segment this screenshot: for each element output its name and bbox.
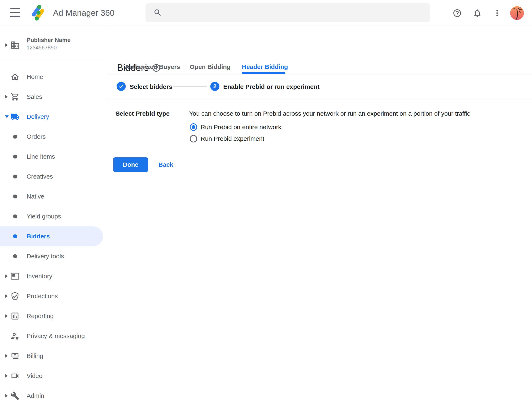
field-description: You can choose to turn on Prebid across … bbox=[189, 110, 470, 117]
sidebar-item-yield-groups[interactable]: Yield groups bbox=[0, 206, 106, 226]
sidebar-item-inventory[interactable]: Inventory bbox=[0, 266, 106, 286]
step-1-completed-badge[interactable] bbox=[117, 82, 126, 91]
sidebar-nav: Home Sales Delivery Orders bbox=[0, 67, 106, 406]
sidebar-item-label: Line items bbox=[27, 153, 55, 160]
videocam-icon bbox=[10, 371, 20, 380]
bullet-icon bbox=[13, 214, 17, 219]
account-avatar[interactable] bbox=[510, 6, 524, 20]
bar-chart-icon bbox=[10, 312, 20, 321]
search-icon bbox=[153, 8, 162, 17]
sidebar-item-native[interactable]: Native bbox=[0, 187, 106, 206]
active-tab-underline bbox=[242, 72, 285, 74]
radio-run-prebid-entire-network[interactable]: Run Prebid on entire network bbox=[190, 123, 281, 131]
sidebar-item-label: Native bbox=[27, 193, 44, 200]
display-ad-icon bbox=[10, 272, 20, 281]
sidebar-item-line-items[interactable]: Line items bbox=[0, 147, 106, 166]
sidebar-item-label: Delivery bbox=[27, 113, 49, 120]
stepper-connector bbox=[173, 86, 207, 86]
sidebar-item-home[interactable]: Home bbox=[0, 67, 106, 87]
bullet-icon bbox=[13, 235, 17, 238]
person-shield-icon bbox=[10, 331, 20, 341]
sidebar-item-privacy-messaging[interactable]: Privacy & messaging bbox=[0, 326, 106, 346]
sidebar-item-label: Creatives bbox=[27, 173, 53, 180]
tab-header-bidding[interactable]: Header Bidding bbox=[242, 62, 288, 72]
more-options-button[interactable] bbox=[492, 8, 502, 18]
ad-manager-screen: Ad Manager 360 bbox=[0, 0, 532, 407]
app-title: Ad Manager 360 bbox=[53, 8, 114, 18]
help-button[interactable] bbox=[453, 8, 462, 18]
expand-arrow-icon bbox=[5, 314, 8, 318]
sidebar-item-creatives[interactable]: Creatives bbox=[0, 166, 106, 187]
step-1-label[interactable]: Select bidders bbox=[130, 83, 172, 90]
sidebar-item-reporting[interactable]: Reporting bbox=[0, 306, 106, 326]
search-bar[interactable] bbox=[145, 3, 430, 22]
sidebar-item-billing[interactable]: Billing bbox=[0, 346, 106, 366]
bullet-icon bbox=[13, 254, 17, 258]
radio-label: Run Prebid experiment bbox=[201, 135, 264, 142]
sidebar-item-label: Home bbox=[27, 73, 43, 80]
sidebar-item-label: Privacy & messaging bbox=[27, 332, 85, 339]
sidebar-item-label: Reporting bbox=[27, 313, 54, 320]
ad-manager-logo-icon bbox=[30, 4, 47, 21]
notifications-button[interactable] bbox=[473, 8, 482, 18]
sidebar-item-delivery-tools[interactable]: Delivery tools bbox=[0, 246, 106, 266]
sidebar-item-orders[interactable]: Orders bbox=[0, 127, 106, 147]
search-input[interactable] bbox=[167, 7, 424, 19]
home-icon bbox=[10, 72, 20, 81]
more-vert-icon bbox=[492, 8, 502, 18]
publisher-name: Publisher Name bbox=[27, 37, 71, 43]
sidebar-item-delivery[interactable]: Delivery bbox=[0, 107, 106, 127]
building-icon bbox=[10, 40, 20, 50]
sidebar-item-label: Billing bbox=[27, 352, 43, 360]
divider bbox=[0, 60, 106, 60]
expand-arrow-icon bbox=[5, 354, 8, 358]
sidebar-item-label: Admin bbox=[27, 392, 44, 399]
publisher-account-selector[interactable]: Publisher Name 1234567890 bbox=[0, 34, 106, 56]
bullet-icon bbox=[13, 135, 17, 139]
hamburger-menu-icon[interactable] bbox=[10, 8, 20, 17]
sidebar-item-label: Inventory bbox=[27, 273, 52, 280]
expand-arrow-icon bbox=[5, 95, 8, 99]
truck-icon bbox=[10, 112, 20, 121]
cart-icon bbox=[10, 92, 20, 101]
sidebar-item-admin[interactable]: Admin bbox=[0, 386, 106, 406]
field-label: Select Prebid type bbox=[116, 110, 169, 117]
wrench-icon bbox=[10, 391, 20, 400]
expand-arrow-icon bbox=[5, 43, 8, 47]
divider bbox=[106, 74, 532, 74]
sidebar-item-label: Protections bbox=[27, 293, 58, 300]
sidebar: Publisher Name 1234567890 Home Sales bbox=[0, 25, 106, 407]
sidebar-item-label: Bidders bbox=[27, 233, 50, 240]
radio-selected-icon bbox=[190, 123, 197, 131]
step-2-badge[interactable]: 2 bbox=[210, 82, 219, 91]
main-content: Bidders Authorized Buyers Open Bidding H… bbox=[106, 25, 532, 407]
expand-arrow-icon bbox=[5, 294, 8, 298]
bullet-icon bbox=[13, 195, 17, 198]
sidebar-item-bidders[interactable]: Bidders bbox=[0, 226, 106, 246]
done-button[interactable]: Done bbox=[113, 157, 148, 172]
sidebar-item-label: Video bbox=[27, 372, 42, 379]
shield-check-icon bbox=[10, 291, 20, 301]
check-icon bbox=[118, 84, 124, 89]
sidebar-item-protections[interactable]: Protections bbox=[0, 286, 106, 306]
app-header: Ad Manager 360 bbox=[0, 0, 532, 25]
palm-tree-avatar-image bbox=[510, 6, 524, 20]
sidebar-item-label: Sales bbox=[27, 93, 42, 100]
tab-authorized-buyers[interactable]: Authorized Buyers bbox=[125, 62, 180, 72]
divider bbox=[106, 99, 532, 99]
expand-arrow-icon bbox=[5, 274, 8, 278]
sidebar-item-sales[interactable]: Sales bbox=[0, 87, 106, 107]
payments-icon bbox=[10, 351, 20, 360]
sidebar-item-label: Orders bbox=[27, 133, 46, 140]
sidebar-item-video[interactable]: Video bbox=[0, 366, 106, 386]
step-2-label[interactable]: Enable Prebid or run experiment bbox=[223, 83, 319, 90]
bullet-icon bbox=[13, 155, 17, 159]
help-icon bbox=[453, 8, 462, 18]
radio-unselected-icon bbox=[190, 135, 197, 142]
back-button[interactable]: Back bbox=[158, 161, 173, 168]
tab-open-bidding[interactable]: Open Bidding bbox=[190, 62, 231, 72]
sidebar-item-label: Delivery tools bbox=[27, 253, 64, 260]
radio-label: Run Prebid on entire network bbox=[201, 124, 281, 131]
radio-run-prebid-experiment[interactable]: Run Prebid experiment bbox=[190, 134, 264, 143]
expand-arrow-icon bbox=[5, 394, 8, 398]
